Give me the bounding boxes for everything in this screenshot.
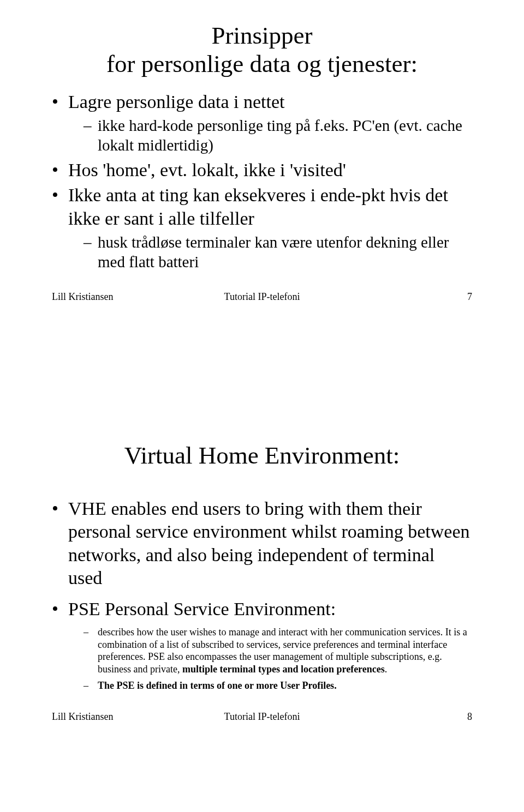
- title-line1: Prinsipper: [212, 22, 313, 49]
- bullet-3: • Ikke anta at ting kan eksekveres i end…: [52, 184, 472, 230]
- bullet-2: • Hos 'home', evt. lokalt, ikke i 'visit…: [52, 159, 472, 182]
- title-text: Virtual Home Environment:: [124, 442, 400, 469]
- bullet-1-1: – ikke hard-kode personlige ting på f.ek…: [84, 116, 472, 155]
- slide1-title: Prinsipper for personlige data og tjenes…: [52, 22, 472, 79]
- bullet-text: VHE enables end users to bring with them…: [68, 497, 472, 590]
- footer-title: Tutorial IP-telefoni: [52, 711, 472, 723]
- footer-page-number: 7: [467, 291, 472, 303]
- bullet-marker: •: [52, 497, 68, 590]
- bullet-2-1: – describes how the user wishes to manag…: [84, 626, 472, 675]
- bullet-marker: •: [52, 159, 68, 182]
- slide-1: Prinsipper for personlige data og tjenes…: [0, 0, 524, 393]
- title-line2: for personlige data og tjenester:: [106, 50, 418, 77]
- dash-marker: –: [84, 116, 98, 155]
- footer-title: Tutorial IP-telefoni: [52, 291, 472, 303]
- slide-2: Virtual Home Environment: • VHE enables …: [0, 393, 524, 785]
- bullet-text: husk trådløse terminaler kan være utenfo…: [98, 232, 472, 272]
- dash-marker: –: [84, 626, 98, 675]
- slide2-footer: Lill Kristiansen Tutorial IP-telefoni 8: [52, 711, 472, 724]
- bullet-2-2: – The PSE is defined in terms of one or …: [84, 679, 472, 692]
- bullet-3-1: – husk trådløse terminaler kan være uten…: [84, 232, 472, 272]
- slide2-title: Virtual Home Environment:: [52, 442, 472, 470]
- bullet-1: • VHE enables end users to bring with th…: [52, 497, 472, 590]
- footer-page-number: 8: [467, 711, 472, 723]
- bullet-marker: •: [52, 91, 68, 114]
- bullet-text: ikke hard-kode personlige ting på f.eks.…: [98, 116, 472, 155]
- slide1-bullets: • Lagre personlige data i nettet – ikke …: [52, 91, 472, 272]
- bullet-marker: •: [52, 184, 68, 230]
- bullet-text: PSE Personal Service Environment:: [68, 598, 336, 621]
- bullet-2: • PSE Personal Service Environment:: [52, 598, 472, 621]
- bullet-text: Ikke anta at ting kan eksekveres i ende-…: [68, 184, 472, 230]
- dash-marker: –: [84, 232, 98, 272]
- bullet-1: • Lagre personlige data i nettet: [52, 91, 472, 114]
- slide1-footer: Lill Kristiansen Tutorial IP-telefoni 7: [52, 291, 472, 304]
- bullet-marker: •: [52, 598, 68, 621]
- bullet-text: The PSE is defined in terms of one or mo…: [98, 679, 337, 692]
- bullet-text: Hos 'home', evt. lokalt, ikke i 'visited…: [68, 159, 346, 182]
- text-bold: multiple terminal types and location pre…: [182, 664, 385, 675]
- slide2-bullets: • VHE enables end users to bring with th…: [52, 497, 472, 692]
- bullet-text: Lagre personlige data i nettet: [68, 91, 285, 114]
- bullet-text: describes how the user wishes to manage …: [98, 626, 472, 675]
- dash-marker: –: [84, 679, 98, 692]
- text-post: .: [385, 664, 388, 675]
